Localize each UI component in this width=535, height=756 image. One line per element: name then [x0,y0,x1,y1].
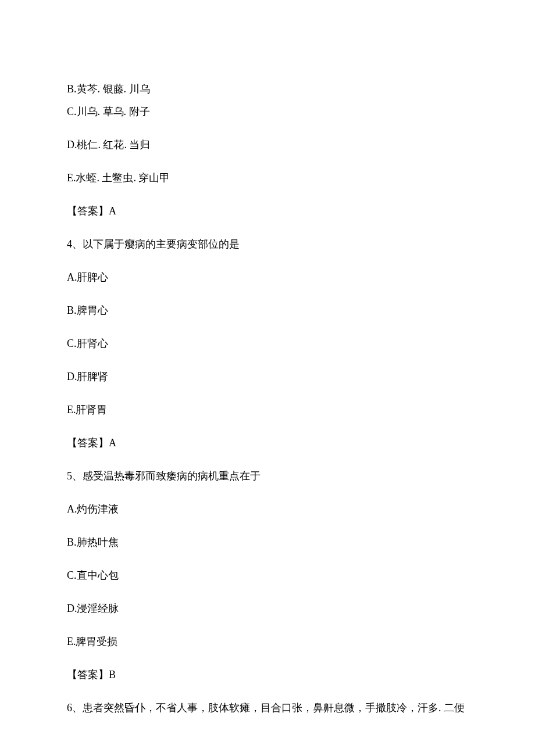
q4-answer: 【答案】A [67,435,468,451]
q5-stem: 5、感受温热毒邪而致痿病的病机重点在于 [67,468,468,484]
q5-option-e: E.脾胃受损 [67,634,468,650]
q4-option-d: D.肝脾肾 [67,369,468,385]
q3-option-d: D.桃仁. 红花. 当归 [67,137,468,153]
q5-option-c: C.直中心包 [67,568,468,583]
q5-option-b: B.肺热叶焦 [67,535,468,550]
q5-option-d: D.浸淫经脉 [67,601,468,617]
q4-option-b: B.脾胃心 [67,303,468,318]
q5-option-a: A.灼伤津液 [67,501,468,517]
q4-option-e: E.肝肾胃 [67,402,468,418]
q3-option-e: E.水蛭. 土鳖虫. 穿山甲 [67,170,468,186]
q5-answer: 【答案】B [67,667,468,683]
q3-option-b: B.黄芩. 银藤. 川乌 [67,81,468,97]
q3-answer: 【答案】A [67,203,468,219]
q4-option-a: A.肝脾心 [67,270,468,285]
q4-option-c: C.肝肾心 [67,336,468,352]
q4-stem: 4、以下属于瘿病的主要病变部位的是 [67,237,468,252]
q6-stem: 6、患者突然昏仆，不省人事，肢体软瘫，目合口张，鼻鼾息微，手撒肢冷，汗多. 二便 [67,700,468,716]
q3-option-c: C.川乌. 草乌. 附子 [67,104,468,120]
document-page: B.黄芩. 银藤. 川乌 C.川乌. 草乌. 附子 D.桃仁. 红花. 当归 E… [0,0,535,756]
